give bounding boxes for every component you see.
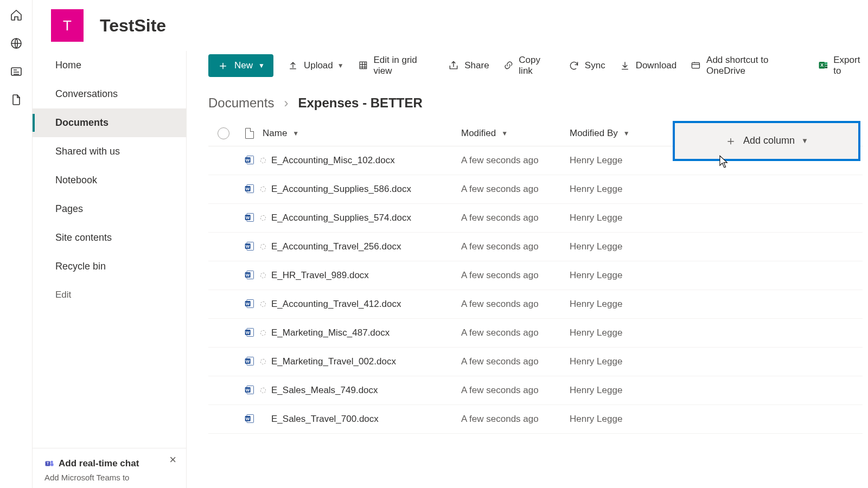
sidebar-item-shared[interactable]: Shared with us <box>33 137 186 166</box>
modified-cell: A few seconds ago <box>461 270 570 281</box>
file-name-cell[interactable]: E_Accounting_Travel_256.docx <box>260 241 461 252</box>
modified-by-cell: Henry Legge <box>570 184 673 195</box>
sync-label: Sync <box>585 60 605 71</box>
file-type: W <box>239 413 260 425</box>
sidebar-item-contents[interactable]: Site contents <box>33 223 186 252</box>
news-icon[interactable] <box>10 65 23 78</box>
file-type: W <box>239 269 260 281</box>
modified-by-cell: Henry Legge <box>570 155 673 166</box>
file-type: W <box>239 298 260 310</box>
sidebar-item-home[interactable]: Home <box>33 51 186 80</box>
word-file-icon: W <box>244 155 255 166</box>
new-label: New <box>234 60 253 71</box>
modified-by-cell: Henry Legge <box>570 385 673 396</box>
svg-text:W: W <box>246 330 250 335</box>
svg-text:W: W <box>246 359 250 364</box>
file-name-cell[interactable]: E_Marketing_Misc_487.docx <box>260 328 461 338</box>
sidebar: Home Conversations Documents Shared with… <box>33 51 187 488</box>
file-name-cell[interactable]: E_Marketing_Travel_002.docx <box>260 356 461 367</box>
table-row[interactable]: WE_HR_Travel_989.docxA few seconds agoHe… <box>208 261 863 290</box>
file-name: E_Accounting_Misc_102.docx <box>271 155 395 166</box>
file-name-cell[interactable]: E_Accounting_Misc_102.docx <box>260 155 461 166</box>
file-type: W <box>239 212 260 224</box>
column-modified-by[interactable]: Modified By ▼ <box>570 128 673 139</box>
copy-link-label: Copy link <box>519 55 554 76</box>
svg-rect-10 <box>825 62 827 63</box>
globe-icon[interactable] <box>10 37 23 50</box>
svg-text:W: W <box>246 215 250 220</box>
sync-button[interactable]: Sync <box>569 60 605 71</box>
circle-icon <box>218 127 229 139</box>
sidebar-edit-link[interactable]: Edit <box>33 281 186 309</box>
file-type: W <box>239 155 260 166</box>
file-name-cell[interactable]: E_Accounting_Travel_412.docx <box>260 299 461 310</box>
add-shortcut-button[interactable]: Add shortcut to OneDrive <box>691 55 803 76</box>
table-row[interactable]: WE_Accounting_Travel_412.docxA few secon… <box>208 290 863 319</box>
table-row[interactable]: WE_Marketing_Misc_487.docxA few seconds … <box>208 319 863 348</box>
sidebar-item-notebook[interactable]: Notebook <box>33 166 186 195</box>
sidebar-item-conversations[interactable]: Conversations <box>33 80 186 108</box>
table-header: Name ▼ Modified ▼ Modified By ▼ ＋ Add co… <box>208 120 863 146</box>
breadcrumb-root[interactable]: Documents <box>208 95 274 111</box>
sidebar-item-documents[interactable]: Documents <box>33 108 186 137</box>
file-type: W <box>239 384 260 396</box>
svg-rect-7 <box>692 62 700 68</box>
share-button[interactable]: Share <box>448 60 489 71</box>
modified-by-cell: Henry Legge <box>570 414 673 425</box>
table-row[interactable]: WE_Accounting_Supplies_574.docxA few sec… <box>208 204 863 233</box>
file-type: W <box>239 241 260 253</box>
chevron-down-icon: ▼ <box>258 62 265 69</box>
home-icon[interactable] <box>10 9 23 22</box>
word-file-icon: W <box>244 269 255 281</box>
select-all[interactable] <box>208 127 239 139</box>
close-icon[interactable]: × <box>169 454 176 466</box>
share-label: Share <box>464 60 489 71</box>
download-button[interactable]: Download <box>620 60 677 71</box>
sidebar-item-pages[interactable]: Pages <box>33 195 186 223</box>
modified-by-cell: Henry Legge <box>570 356 673 367</box>
svg-rect-12 <box>825 66 827 68</box>
syncing-icon <box>260 215 266 221</box>
edit-grid-button[interactable]: Edit in grid view <box>358 55 435 76</box>
file-type-icon <box>245 128 254 139</box>
grid-icon <box>358 60 368 71</box>
site-title[interactable]: TestSite <box>100 16 166 36</box>
download-label: Download <box>636 60 677 71</box>
file-icon[interactable] <box>10 93 23 106</box>
column-name[interactable]: Name ▼ <box>260 128 461 139</box>
modified-cell: A few seconds ago <box>461 184 570 195</box>
file-name-cell[interactable]: E_Accounting_Supplies_586.docx <box>260 184 461 195</box>
upload-label: Upload <box>304 60 333 71</box>
chevron-down-icon: ▼ <box>501 130 508 137</box>
chevron-down-icon: ▼ <box>623 130 630 137</box>
file-name-cell[interactable]: E_Sales_Meals_749.docx <box>260 385 461 396</box>
chevron-right-icon: › <box>284 95 288 111</box>
file-name: E_Accounting_Travel_256.docx <box>271 241 401 252</box>
site-logo[interactable]: T <box>51 9 84 42</box>
main: ＋ New ▼ Upload ▼ Edit in grid view Share… <box>187 51 868 488</box>
new-button[interactable]: ＋ New ▼ <box>208 54 273 77</box>
column-type[interactable] <box>239 128 260 139</box>
upload-button[interactable]: Upload ▼ <box>288 60 344 71</box>
file-name-cell[interactable]: E_Sales_Travel_700.docx <box>260 414 461 425</box>
edit-grid-label: Edit in grid view <box>373 55 434 76</box>
upload-icon <box>288 60 298 71</box>
modified-cell: A few seconds ago <box>461 299 570 310</box>
modified-cell: A few seconds ago <box>461 155 570 166</box>
table-row[interactable]: WE_Accounting_Supplies_586.docxA few sec… <box>208 175 863 204</box>
column-modified-label: Modified <box>461 128 496 139</box>
sidebar-item-recycle[interactable]: Recycle bin <box>33 252 186 281</box>
file-name-cell[interactable]: E_Accounting_Supplies_574.docx <box>260 213 461 223</box>
add-column-button[interactable]: ＋ Add column ▼ <box>673 121 860 161</box>
copy-link-button[interactable]: Copy link <box>503 55 554 76</box>
table-row[interactable]: WE_Sales_Travel_700.docxA few seconds ag… <box>208 405 863 434</box>
word-file-icon: W <box>244 241 255 253</box>
export-excel-button[interactable]: X Export to <box>818 55 868 76</box>
modified-by-cell: Henry Legge <box>570 328 673 338</box>
syncing-icon <box>260 273 266 278</box>
file-name-cell[interactable]: E_HR_Travel_989.docx <box>260 270 461 281</box>
table-row[interactable]: WE_Marketing_Travel_002.docxA few second… <box>208 348 863 376</box>
table-row[interactable]: WE_Accounting_Travel_256.docxA few secon… <box>208 233 863 261</box>
table-row[interactable]: WE_Sales_Meals_749.docxA few seconds ago… <box>208 376 863 405</box>
column-modified[interactable]: Modified ▼ <box>461 128 570 139</box>
